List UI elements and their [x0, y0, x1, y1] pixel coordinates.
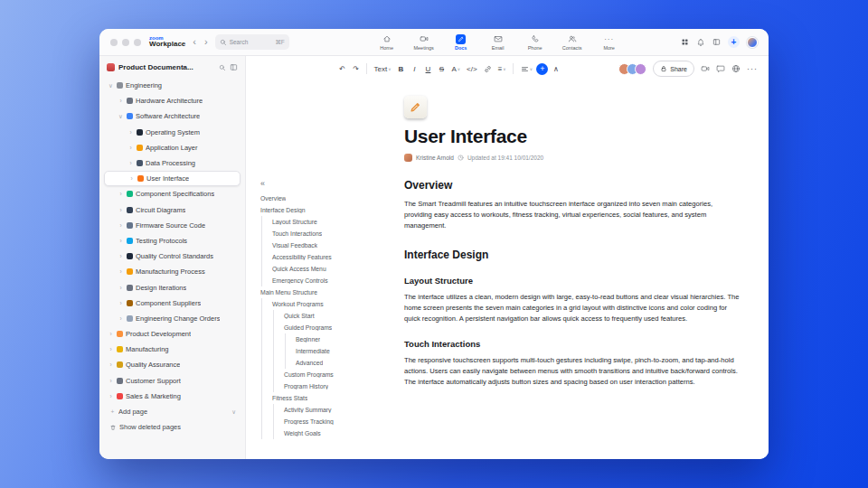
tab-meetings[interactable]: Meetings: [407, 33, 441, 52]
add-page-button[interactable]: + Add page ∨: [104, 404, 241, 419]
chevron-right-icon[interactable]: ›: [108, 393, 114, 399]
chevron-right-icon[interactable]: ›: [118, 222, 124, 229]
chevron-right-icon[interactable]: ›: [108, 378, 114, 384]
page-title[interactable]: User Interface: [404, 126, 741, 147]
sidebar-search-icon[interactable]: [219, 64, 226, 71]
sidebar-item-component-suppliers[interactable]: ›Component Suppliers: [104, 296, 241, 311]
redo-button[interactable]: ↷: [350, 61, 362, 76]
chevron-right-icon[interactable]: ›: [127, 145, 134, 151]
outline-item-program-history[interactable]: Program History: [259, 380, 396, 392]
sidebar-item-engineering[interactable]: ∨Engineering: [104, 78, 241, 93]
sidebar-item-engineering-change-orders[interactable]: ›Engineering Change Orders: [104, 311, 241, 326]
chevron-right-icon[interactable]: ›: [118, 285, 124, 291]
outline-item-advanced[interactable]: Advanced: [259, 357, 396, 369]
list-button[interactable]: ≡∨: [495, 61, 508, 76]
chevron-down-icon[interactable]: ∨: [108, 82, 114, 89]
forward-button[interactable]: ›: [203, 37, 209, 47]
outline-item-custom-programs[interactable]: Custom Programs: [259, 369, 396, 380]
sidebar-item-firmware-source-code[interactable]: ›Firmware Source Code: [104, 218, 241, 233]
outline-item-beginner[interactable]: Beginner: [259, 333, 396, 345]
strikethrough-button[interactable]: S: [436, 61, 448, 76]
outline-item-intermediate[interactable]: Intermediate: [259, 345, 396, 357]
share-button[interactable]: Share: [653, 61, 694, 77]
outline-item-interface-design[interactable]: Interface Design: [259, 204, 396, 216]
insert-button[interactable]: +: [536, 63, 548, 75]
sidebar-item-sales-marketing[interactable]: ›Sales & Marketing: [104, 389, 241, 404]
outline-item-workout-programs[interactable]: Workout Programs: [259, 298, 396, 310]
collapse-outline-button[interactable]: «: [259, 179, 396, 188]
chevron-down-icon[interactable]: ∨: [118, 113, 124, 120]
sidebar-item-design-iterations[interactable]: ›Design Iterations: [104, 279, 241, 295]
outline-item-accessibility-features[interactable]: Accessibility Features: [259, 251, 396, 263]
chevron-right-icon[interactable]: ›: [127, 160, 134, 166]
outline-item-activity-summary[interactable]: Activity Summary: [259, 404, 396, 416]
sidebar-item-manufacturing-process[interactable]: ›Manufacturing Process: [104, 264, 241, 279]
globe-button[interactable]: [731, 64, 741, 73]
italic-button[interactable]: I: [409, 61, 420, 76]
outline-item-quick-access-menu[interactable]: Quick Access Menu: [259, 263, 396, 275]
tab-more[interactable]: ···More: [592, 33, 627, 52]
close-button[interactable]: [110, 39, 118, 46]
text-color-button[interactable]: A∨: [449, 61, 463, 76]
code-button[interactable]: </>: [465, 61, 480, 76]
collapse-toolbar-button[interactable]: ∧: [550, 61, 561, 76]
minimize-button[interactable]: [122, 39, 129, 46]
back-button[interactable]: ‹: [192, 37, 197, 47]
sidebar-item-data-processing[interactable]: ›Data Processing: [104, 155, 241, 171]
outline-item-weight-goals[interactable]: Weight Goals: [259, 427, 396, 439]
undo-button[interactable]: ↶: [336, 61, 348, 76]
notifications-icon[interactable]: [696, 38, 705, 47]
chevron-right-icon[interactable]: ›: [128, 175, 135, 182]
collapse-sidebar-icon[interactable]: [230, 63, 238, 71]
outline-item-layout-structure[interactable]: Layout Structure: [259, 216, 396, 228]
sidebar-item-software-architecture[interactable]: ∨Software Architecture: [104, 108, 241, 124]
outline-item-emergency-controls[interactable]: Emergency Controls: [259, 275, 396, 286]
outline-item-progress-tracking[interactable]: Progress Tracking: [259, 416, 396, 427]
collaborator-avatar[interactable]: [635, 63, 646, 75]
outline-item-touch-interactions[interactable]: Touch Interactions: [259, 228, 396, 239]
underline-button[interactable]: U: [422, 61, 434, 76]
link-button[interactable]: [481, 61, 494, 76]
sidebar-item-quality-control-standards[interactable]: ›Quality Control Standards: [104, 249, 241, 264]
sidebar-item-operating-system[interactable]: ›Operating System: [104, 125, 241, 140]
chevron-right-icon[interactable]: ›: [108, 331, 114, 337]
sidebar-item-application-layer[interactable]: ›Application Layer: [104, 140, 241, 155]
bold-button[interactable]: B: [395, 61, 407, 76]
sidebar-item-customer-support[interactable]: ›Customer Support: [104, 373, 241, 389]
chevron-right-icon[interactable]: ›: [118, 300, 124, 306]
align-button[interactable]: ∨: [518, 61, 534, 76]
video-button[interactable]: [701, 64, 710, 73]
chevron-right-icon[interactable]: ›: [118, 238, 124, 244]
chevron-right-icon[interactable]: ›: [118, 268, 124, 275]
sidebar-item-user-interface[interactable]: ›User Interface: [104, 171, 241, 186]
outline-item-guided-programs[interactable]: Guided Programs: [259, 322, 396, 333]
chevron-right-icon[interactable]: ›: [118, 253, 124, 259]
tab-contacts[interactable]: Contacts: [555, 33, 590, 52]
user-avatar[interactable]: [747, 37, 758, 48]
sidebar-item-circuit-diagrams[interactable]: ›Circuit Diagrams: [104, 202, 241, 218]
tab-phone[interactable]: Phone: [518, 33, 552, 52]
show-deleted-pages-button[interactable]: Show deleted pages: [104, 419, 241, 435]
outline-item-fitness-stats[interactable]: Fitness Stats: [259, 392, 396, 404]
sidebar-item-hardware-architecture[interactable]: ›Hardware Architecture: [104, 93, 241, 108]
chevron-right-icon[interactable]: ›: [118, 315, 124, 322]
chevron-right-icon[interactable]: ›: [118, 98, 124, 104]
new-button[interactable]: +: [728, 36, 740, 48]
tab-home[interactable]: Home: [370, 33, 404, 52]
outline-item-main-menu-structure[interactable]: Main Menu Structure: [259, 286, 396, 298]
text-style-select[interactable]: Text∨: [372, 61, 393, 76]
sidebar-item-component-specifications[interactable]: ›Component Specifications: [104, 186, 241, 202]
chevron-right-icon[interactable]: ›: [118, 191, 124, 197]
zoom-window-button[interactable]: [134, 39, 141, 46]
sidebar-item-testing-protocols[interactable]: ›Testing Protocols: [104, 233, 241, 249]
side-panel-icon[interactable]: [712, 38, 721, 46]
apps-icon[interactable]: [681, 38, 689, 46]
page-emoji-icon[interactable]: [404, 96, 427, 118]
chevron-right-icon[interactable]: ›: [127, 129, 134, 136]
chevron-right-icon[interactable]: ›: [118, 207, 124, 213]
more-button[interactable]: ···: [747, 64, 758, 73]
sidebar-item-manufacturing[interactable]: ›Manufacturing: [104, 342, 241, 357]
chevron-right-icon[interactable]: ›: [108, 346, 114, 352]
outline-item-quick-start[interactable]: Quick Start: [259, 310, 396, 322]
comment-button[interactable]: [716, 64, 725, 73]
